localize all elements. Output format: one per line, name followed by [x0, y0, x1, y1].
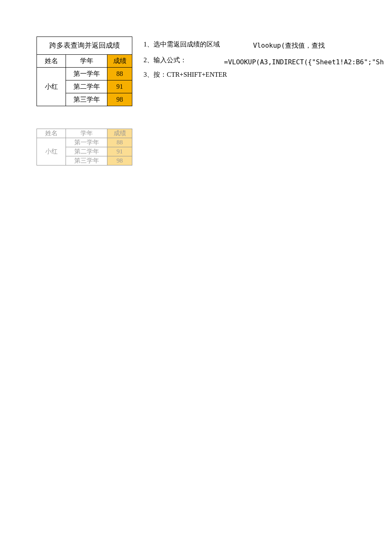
header-year: 学年: [66, 129, 107, 138]
score-cell: 98: [107, 156, 132, 166]
table-title: 跨多表查询并返回成绩: [37, 37, 132, 55]
score-cell: 88: [107, 68, 132, 80]
header-score: 成绩: [107, 55, 132, 68]
student-name: 小红: [37, 68, 66, 106]
year-cell: 第三学年: [66, 93, 107, 106]
year-cell: 第二学年: [66, 147, 107, 156]
instruction-1: 1、选中需返回成绩的区域: [144, 40, 220, 49]
header-year: 学年: [66, 55, 107, 68]
main-table: 跨多表查询并返回成绩 姓名 学年 成绩 小红 第一学年 88 第二学年 91 第…: [37, 37, 132, 106]
instruction-3: 3、按：CTR+SHIFT+ENTER: [144, 71, 227, 79]
year-cell: 第二学年: [66, 80, 107, 93]
formula-text: =VLOOKUP(A3,INDIRECT({"Sheet1!A2:B6";"Sh: [224, 58, 384, 66]
score-cell: 88: [107, 138, 132, 147]
faded-table: 姓名 学年 成绩 小红 第一学年 88 第二学年 91 第三学年 98: [37, 129, 132, 166]
year-cell: 第一学年: [66, 68, 107, 80]
instruction-2: 2、输入公式：: [144, 56, 187, 65]
year-cell: 第一学年: [66, 138, 107, 147]
score-cell: 98: [107, 93, 132, 106]
vlookup-hint: Vlookup(查找值，查找: [253, 41, 325, 50]
score-cell: 91: [107, 147, 132, 156]
header-name: 姓名: [37, 129, 66, 138]
student-name: 小红: [37, 138, 66, 166]
score-cell: 91: [107, 80, 132, 93]
header-name: 姓名: [37, 55, 66, 68]
header-score: 成绩: [107, 129, 132, 138]
year-cell: 第三学年: [66, 156, 107, 166]
